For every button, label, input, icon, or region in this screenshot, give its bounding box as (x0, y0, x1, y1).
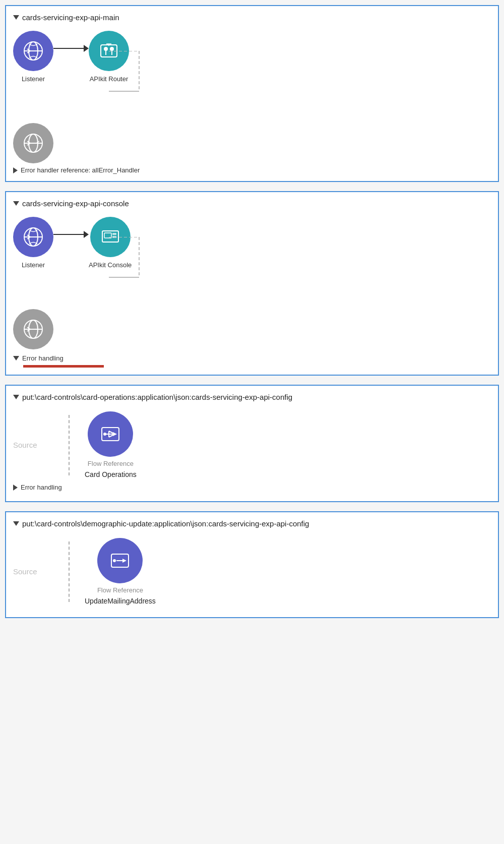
error-triangle-3 (13, 485, 18, 491)
arrow-2 (53, 231, 89, 238)
flow-name-2: cards-servicing-exp-api-console (22, 199, 129, 208)
listener-label-2: Listener (22, 261, 45, 269)
flow-ref-name-3: Card Operations (85, 470, 137, 478)
svg-point-4 (104, 47, 108, 51)
flow-ref-type-label-4: Flow Reference (97, 586, 143, 594)
source-label-3: Source (13, 441, 43, 449)
connector-svg-1 (109, 51, 169, 111)
collapse-icon-4[interactable] (13, 521, 19, 526)
error-triangle-1 (13, 167, 18, 173)
flow-title-2: cards-servicing-exp-api-console (13, 199, 491, 208)
error-handling-3: Error handling (13, 484, 491, 491)
listener-node-2[interactable]: Listener (13, 217, 53, 269)
connector-svg-2 (109, 237, 169, 297)
flow-ref-icon-4 (107, 548, 133, 573)
flow-container-2: cards-servicing-exp-api-console Listener (5, 191, 499, 376)
svg-point-28 (103, 433, 106, 436)
flow-ref-icon-3 (98, 421, 123, 447)
flow-ref-area-4: Source Flow Reference UpdateMailingAddre… (13, 538, 491, 605)
gray-circle-1 (13, 123, 53, 163)
svg-marker-32 (122, 559, 127, 563)
arrow-1 (53, 45, 89, 52)
svg-marker-29 (113, 432, 117, 436)
flow-name-1: cards-servicing-exp-api-main (22, 13, 119, 22)
flow-ref-circle-4 (97, 538, 143, 583)
source-label-4: Source (13, 567, 43, 576)
globe-icon-2 (22, 226, 44, 248)
globe-icon-1 (22, 40, 44, 62)
listener-circle-2 (13, 217, 53, 257)
svg-point-5 (110, 47, 114, 51)
error-handling-2: Error handling (13, 354, 491, 368)
flow-ref-area-3: Source Flow Reference Card Operations (13, 411, 491, 478)
flow-title-3: put:\card-controls\card-operations:appli… (13, 393, 491, 401)
dashed-line-4 (69, 541, 70, 602)
listener-node-1[interactable]: Listener (13, 31, 53, 83)
gray-node-1 (13, 123, 53, 163)
flow-ref-circle-3 (88, 411, 133, 457)
flow-container-3: put:\card-controls\card-operations:appli… (5, 385, 499, 502)
collapse-icon-1[interactable] (13, 15, 19, 20)
error-handling-title-3[interactable]: Error handling (13, 484, 491, 491)
globe-gray-icon-2 (22, 318, 44, 340)
error-handler-1[interactable]: Error handler reference: allError_Handle… (13, 166, 491, 174)
on-error-bar-2 (23, 365, 104, 368)
error-handler-label-1: Error handler reference: allError_Handle… (21, 166, 140, 174)
flow-container-1: cards-servicing-exp-api-main Listener (5, 5, 499, 182)
error-handling-title-2[interactable]: Error handling (13, 354, 491, 362)
gray-node-2 (13, 309, 53, 349)
flow-title-4: put:\card-controls\demographic-update:ap… (13, 519, 491, 528)
flow-ref-node-4[interactable]: Flow Reference UpdateMailingAddress (85, 538, 156, 605)
dashed-line-3 (69, 415, 70, 475)
flow-ref-name-4: UpdateMailingAddress (85, 597, 156, 605)
error-triangle-2 (13, 356, 19, 360)
flow-container-4: put:\card-controls\demographic-update:ap… (5, 511, 499, 618)
flow-name-3: put:\card-controls\card-operations:appli… (22, 393, 292, 401)
svg-point-31 (113, 559, 116, 562)
globe-gray-icon-1 (22, 132, 44, 154)
svg-rect-18 (112, 233, 116, 235)
gray-circle-2 (13, 309, 53, 349)
listener-label-1: Listener (22, 75, 45, 83)
collapse-icon-2[interactable] (13, 201, 19, 206)
flow-title-1: cards-servicing-exp-api-main (13, 13, 491, 22)
flow-ref-type-label-3: Flow Reference (88, 460, 134, 467)
listener-circle-1 (13, 31, 53, 71)
flow-name-4: put:\card-controls\demographic-update:ap… (22, 519, 309, 528)
error-handling-label-3: Error handling (21, 484, 62, 491)
error-handling-label-2: Error handling (22, 354, 64, 362)
collapse-icon-3[interactable] (13, 395, 19, 399)
flow-ref-node-3[interactable]: Flow Reference Card Operations (85, 411, 137, 478)
